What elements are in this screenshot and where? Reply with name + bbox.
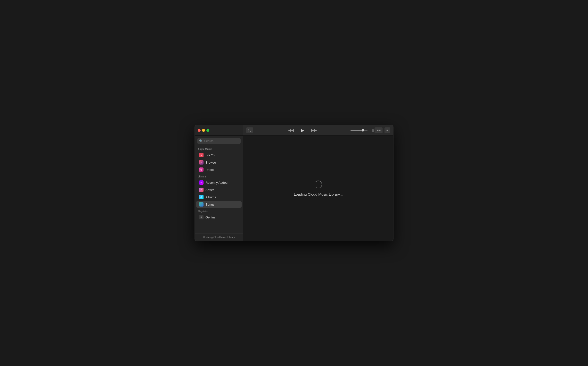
- sidebar-item-for-you[interactable]: ♥ For You: [196, 152, 242, 158]
- main-panel: Loading Cloud Music Library...: [243, 136, 393, 241]
- close-button[interactable]: [198, 129, 201, 132]
- genius-label: Genius: [205, 216, 215, 219]
- title-bar: ⛶ ◀◀ ▶ ▶▶ ⊕ ≡≡ ≡: [195, 125, 393, 136]
- volume-control: ⊕: [351, 128, 375, 133]
- rewind-button[interactable]: ◀◀: [287, 127, 295, 133]
- title-bar-right: ⛶ ◀◀ ▶ ▶▶ ⊕ ≡≡ ≡: [243, 127, 393, 134]
- recently-added-label: Recently Added: [205, 181, 228, 184]
- transport-controls: ◀◀ ▶ ▶▶: [254, 127, 351, 134]
- play-button[interactable]: ▶: [300, 127, 305, 134]
- sidebar: 🔍 Apple Music ♥ For You ♪ Browse ◎: [195, 136, 243, 241]
- sidebar-bottom: Updating Cloud Music Library: [195, 233, 243, 241]
- albums-icon: ◎: [199, 195, 204, 199]
- main-content: 🔍 Apple Music ♥ For You ♪ Browse ◎: [195, 136, 393, 241]
- sidebar-item-songs[interactable]: ♫ Songs: [196, 201, 242, 208]
- minimize-button[interactable]: [202, 129, 205, 132]
- sidebar-item-artists[interactable]: ♪ Artists: [196, 186, 242, 193]
- title-bar-left: [195, 125, 243, 135]
- queue-button[interactable]: ≡: [384, 127, 390, 133]
- sidebar-item-recently-added[interactable]: ⊕ Recently Added: [196, 179, 242, 186]
- genius-icon: ⊞: [199, 215, 204, 219]
- sidebar-item-albums[interactable]: ◎ Albums: [196, 194, 242, 200]
- playlists-section-label: Playlists: [195, 208, 243, 214]
- artists-icon: ♪: [199, 188, 204, 192]
- search-input[interactable]: [204, 139, 239, 143]
- browse-label: Browse: [205, 161, 216, 164]
- artists-label: Artists: [205, 188, 214, 192]
- albums-label: Albums: [205, 195, 216, 199]
- loading-text: Loading Cloud Music Library...: [294, 192, 343, 196]
- search-bar[interactable]: 🔍: [197, 138, 241, 144]
- lyrics-button[interactable]: ≡≡: [375, 127, 382, 133]
- library-section-label: Library: [195, 173, 243, 179]
- radio-label: Radio: [205, 168, 214, 172]
- search-icon: 🔍: [199, 139, 203, 143]
- apple-music-section-label: Apple Music: [195, 146, 243, 151]
- recently-added-icon: ⊕: [199, 180, 204, 185]
- airplay-button[interactable]: ⊕: [371, 128, 375, 133]
- status-text: Updating Cloud Music Library: [198, 236, 240, 239]
- miniplayer-button[interactable]: ⛶: [246, 127, 253, 133]
- volume-knob: [362, 129, 364, 132]
- traffic-lights: [195, 125, 243, 135]
- songs-label: Songs: [205, 203, 214, 206]
- songs-icon: ♫: [199, 202, 204, 207]
- right-controls: ≡≡ ≡: [375, 127, 390, 133]
- sidebar-item-genius[interactable]: ⊞ Genius: [196, 214, 242, 221]
- radio-icon: ◎: [199, 167, 204, 172]
- maximize-button[interactable]: [206, 129, 209, 132]
- volume-bar[interactable]: [351, 130, 368, 131]
- for-you-label: For You: [205, 153, 216, 157]
- app-window: ⛶ ◀◀ ▶ ▶▶ ⊕ ≡≡ ≡ 🔍: [195, 125, 393, 241]
- sidebar-item-browse[interactable]: ♪ Browse: [196, 159, 242, 166]
- for-you-icon: ♥: [199, 153, 204, 157]
- browse-icon: ♪: [199, 160, 204, 165]
- sidebar-item-radio[interactable]: ◎ Radio: [196, 166, 242, 173]
- loading-spinner: [314, 181, 322, 188]
- forward-button[interactable]: ▶▶: [310, 127, 318, 133]
- spinner-ring: [314, 181, 322, 188]
